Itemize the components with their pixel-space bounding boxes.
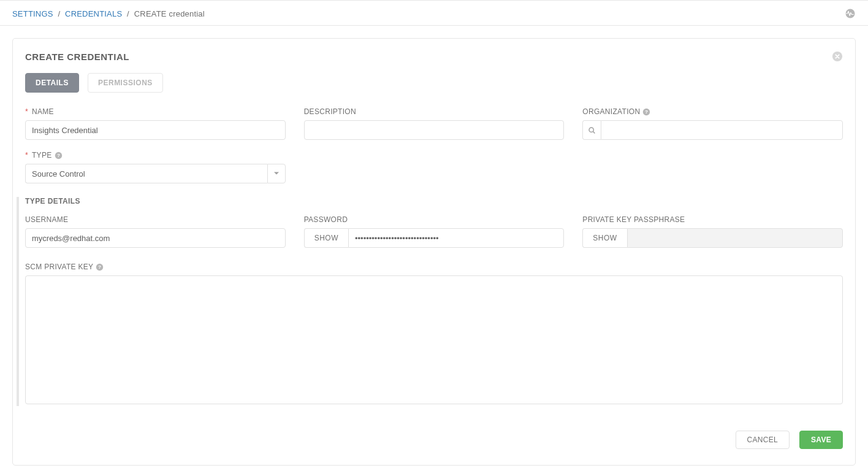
svg-line-5 <box>593 131 595 133</box>
passphrase-show-button[interactable]: SHOW <box>582 228 626 248</box>
field-name: * NAME <box>25 107 286 140</box>
breadcrumb-current: CREATE credential <box>134 9 205 18</box>
close-icon[interactable] <box>832 51 843 62</box>
passphrase-input[interactable] <box>627 228 843 248</box>
password-input[interactable] <box>348 228 564 248</box>
organization-lookup-button[interactable] <box>582 120 601 140</box>
required-marker: * <box>25 151 28 159</box>
description-label: DESCRIPTION <box>304 107 565 116</box>
spacer <box>304 151 565 183</box>
organization-label: ORGANIZATION ? <box>582 107 843 116</box>
type-select[interactable]: Source Control <box>25 164 286 183</box>
tab-permissions[interactable]: PERMISSIONS <box>88 73 163 93</box>
name-input[interactable] <box>25 120 286 140</box>
type-details-header: TYPE DETAILS <box>25 197 843 205</box>
search-icon <box>588 126 596 134</box>
chevron-down-icon[interactable] <box>267 164 286 183</box>
breadcrumb-credentials-link[interactable]: CREDENTIALS <box>65 9 122 18</box>
password-label: PASSWORD <box>304 215 565 224</box>
create-credential-panel: CREATE CREDENTIAL DETAILS PERMISSIONS * … <box>12 38 856 466</box>
svg-text:?: ? <box>645 109 648 115</box>
field-password: PASSWORD SHOW <box>304 215 565 248</box>
tab-bar: DETAILS PERMISSIONS <box>25 73 843 93</box>
top-bar: SETTINGS / CREDENTIALS / CREATE credenti… <box>0 0 868 26</box>
svg-text:?: ? <box>56 153 59 158</box>
password-input-group: SHOW <box>304 228 565 248</box>
panel-header: CREATE CREDENTIAL <box>25 51 843 62</box>
organization-input-group <box>582 120 843 140</box>
field-username: USERNAME <box>25 215 286 248</box>
field-description: DESCRIPTION <box>304 107 565 140</box>
scm-private-key-textarea[interactable] <box>25 275 843 404</box>
required-marker: * <box>25 107 28 116</box>
breadcrumb-separator: / <box>55 9 63 18</box>
type-selected-value: Source Control <box>25 164 267 183</box>
help-icon[interactable]: ? <box>55 151 63 159</box>
spacer <box>582 151 843 183</box>
type-details-section: TYPE DETAILS USERNAME PASSWORD SHOW PRIV… <box>17 197 843 406</box>
help-icon[interactable]: ? <box>96 263 104 271</box>
field-scm-private-key: SCM PRIVATE KEY ? <box>25 263 843 406</box>
username-label: USERNAME <box>25 215 286 224</box>
svg-point-4 <box>589 128 593 132</box>
form-grid-main: * NAME DESCRIPTION ORGANIZATION ? <box>25 107 843 183</box>
passphrase-label: PRIVATE KEY PASSPHRASE <box>582 215 843 224</box>
form-grid-type-details: USERNAME PASSWORD SHOW PRIVATE KEY PASSP… <box>25 215 843 406</box>
description-input[interactable] <box>304 120 565 140</box>
help-icon[interactable]: ? <box>642 107 651 116</box>
field-type: * TYPE ? Source Control <box>25 151 286 183</box>
type-label: * TYPE ? <box>25 151 286 159</box>
save-button[interactable]: SAVE <box>799 431 843 449</box>
activity-stream-icon[interactable] <box>845 8 856 19</box>
tab-details[interactable]: DETAILS <box>25 73 79 93</box>
name-label: * NAME <box>25 107 286 116</box>
scm-private-key-label: SCM PRIVATE KEY ? <box>25 263 843 271</box>
field-organization: ORGANIZATION ? <box>582 107 843 140</box>
password-show-button[interactable]: SHOW <box>304 228 348 248</box>
svg-text:?: ? <box>98 264 101 270</box>
passphrase-input-group: SHOW <box>582 228 843 248</box>
cancel-button[interactable]: CANCEL <box>736 431 790 449</box>
form-actions: CANCEL SAVE <box>25 431 843 449</box>
breadcrumb: SETTINGS / CREDENTIALS / CREATE credenti… <box>12 9 205 18</box>
panel-title: CREATE CREDENTIAL <box>25 52 129 62</box>
breadcrumb-separator: / <box>124 9 132 18</box>
username-input[interactable] <box>25 228 286 248</box>
breadcrumb-settings-link[interactable]: SETTINGS <box>12 9 53 18</box>
organization-input[interactable] <box>601 120 843 140</box>
field-passphrase: PRIVATE KEY PASSPHRASE SHOW <box>582 215 843 248</box>
